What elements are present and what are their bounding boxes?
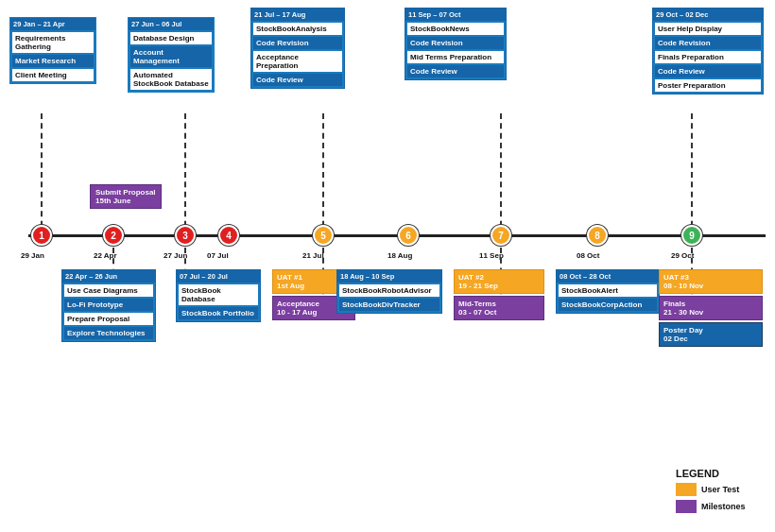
block2-item2: Account Management bbox=[130, 46, 212, 67]
bottom2-date: 07 Jul – 20 Jul bbox=[177, 270, 260, 283]
bottom4-date: 08 Oct – 28 Oct bbox=[557, 270, 659, 283]
bottom3-item2: StockBookDivTracker bbox=[339, 299, 439, 311]
milestone-3: 3 bbox=[175, 225, 196, 246]
timeline-line bbox=[28, 234, 766, 237]
bottom4-item1: StockBookAlert bbox=[559, 284, 657, 297]
block5-item2: Code Revision bbox=[655, 37, 761, 49]
bottom1-date: 22 Apr – 26 Jun bbox=[62, 270, 155, 283]
dashed-1 bbox=[41, 113, 43, 236]
block-oct-bottom: 08 Oct – 28 Oct StockBookAlert StockBook… bbox=[556, 269, 660, 314]
block3-item2: Code Revision bbox=[253, 37, 342, 49]
block4-item2: Code Revision bbox=[407, 37, 504, 49]
block5-date: 29 Oct – 02 Dec bbox=[653, 9, 763, 21]
block5-item4: Code Review bbox=[655, 65, 761, 77]
legend-user-test-label: User Test bbox=[701, 485, 739, 494]
block2-item3: Automated StockBook Database bbox=[130, 69, 212, 90]
milestone-9: 9 bbox=[681, 225, 702, 246]
submit-proposal-box: Submit Proposal15th June bbox=[90, 184, 162, 209]
bottom2-item2: StockBook Portfolio bbox=[179, 307, 258, 319]
milestone-8: 8 bbox=[587, 225, 608, 246]
block2-item1: Database Design bbox=[130, 32, 212, 44]
dashed-9 bbox=[691, 113, 693, 236]
bottom1-item2: Lo-Fi Prototype bbox=[64, 299, 153, 311]
finals-box: Finals21 - 30 Nov bbox=[659, 296, 763, 320]
block1-item2: Market Research bbox=[12, 55, 94, 67]
milestone-4: 4 bbox=[218, 225, 239, 246]
block3-item3: Acceptance Preparation bbox=[253, 51, 342, 72]
bottom4-item2: StockBookCorpAction bbox=[559, 299, 657, 311]
block5-item5: Poster Preparation bbox=[655, 79, 761, 92]
uat2-box: UAT #219 - 21 Sep bbox=[454, 269, 544, 294]
milestone-8-label: 08 Oct bbox=[577, 251, 599, 260]
milestone-7: 7 bbox=[491, 225, 511, 246]
block4-item3: Mid Terms Preparation bbox=[407, 51, 504, 63]
legend-user-test-color bbox=[676, 483, 697, 496]
bottom2-item1: StockBook Database bbox=[179, 284, 258, 305]
block3-date: 21 Jul – 17 Aug bbox=[251, 9, 344, 21]
uat3-box: UAT #308 - 10 Nov bbox=[659, 269, 763, 294]
milestone-6-label: 18 Aug bbox=[388, 251, 412, 260]
bottom1-item1: Use Case Diagrams bbox=[64, 284, 153, 297]
bottom1-item3: Prepare Proposal bbox=[64, 313, 153, 325]
block1-item3: Client Meeting bbox=[12, 69, 94, 81]
legend: LEGEND User Test Milestones bbox=[676, 468, 761, 513]
block4-date: 11 Sep – 07 Oct bbox=[405, 9, 506, 21]
block-jul-aug: 21 Jul – 17 Aug StockBookAnalysis Code R… bbox=[250, 8, 345, 89]
block-jul-bottom: 07 Jul – 20 Jul StockBook Database Stock… bbox=[176, 269, 261, 322]
midterms-box: Mid-Terms03 - 07 Oct bbox=[454, 296, 544, 320]
block5-item1: User Help Display bbox=[655, 23, 761, 35]
block1-item1: Requirements Gathering bbox=[12, 32, 94, 53]
block-apr-jun-bottom: 22 Apr – 26 Jun Use Case Diagrams Lo-Fi … bbox=[61, 269, 156, 342]
block1-date: 29 Jan – 21 Apr bbox=[10, 18, 95, 30]
bottom1-item4: Explore Technologies bbox=[64, 327, 153, 339]
milestone-1: 1 bbox=[31, 225, 52, 246]
block4-item1: StockBookNews bbox=[407, 23, 504, 35]
block3-item4: Code Review bbox=[253, 74, 342, 86]
poster-day-box: Poster Day02 Dec bbox=[659, 322, 763, 347]
legend-milestones-color bbox=[676, 500, 697, 513]
block4-item4: Code Review bbox=[407, 65, 504, 77]
milestone-5-label: 21 Jul bbox=[302, 251, 324, 260]
block-sep-oct: 11 Sep – 07 Oct StockBookNews Code Revis… bbox=[405, 8, 507, 80]
dashed-7 bbox=[500, 113, 502, 236]
milestone-1-label: 29 Jan bbox=[21, 251, 44, 260]
milestone-6: 6 bbox=[398, 225, 419, 246]
milestone-4-label: 07 Jul bbox=[207, 251, 229, 260]
block-jun-jul: 27 Jun – 06 Jul Database Design Account … bbox=[128, 17, 215, 93]
block-jan-apr: 29 Jan – 21 Apr Requirements Gathering M… bbox=[9, 17, 96, 84]
block-oct-dec: 29 Oct – 02 Dec User Help Display Code R… bbox=[652, 8, 764, 94]
diagram-container: 29 Jan – 21 Apr Requirements Gathering M… bbox=[0, 0, 775, 532]
block3-item1: StockBookAnalysis bbox=[253, 23, 342, 35]
block-aug-sep-bottom: 18 Aug – 10 Sep StockBookRobotAdvisor St… bbox=[336, 269, 442, 314]
milestone-5: 5 bbox=[313, 225, 334, 246]
bottom3-date: 18 Aug – 10 Sep bbox=[337, 270, 441, 283]
dashed-5 bbox=[322, 113, 324, 236]
legend-milestones-label: Milestones bbox=[701, 502, 746, 511]
dashed-3 bbox=[184, 113, 186, 236]
bottom3-item1: StockBookRobotAdvisor bbox=[339, 284, 439, 297]
block2-date: 27 Jun – 06 Jul bbox=[129, 18, 214, 30]
block5-item3: Finals Preparation bbox=[655, 51, 761, 63]
milestone-2: 2 bbox=[103, 225, 124, 246]
legend-title: LEGEND bbox=[676, 468, 761, 479]
